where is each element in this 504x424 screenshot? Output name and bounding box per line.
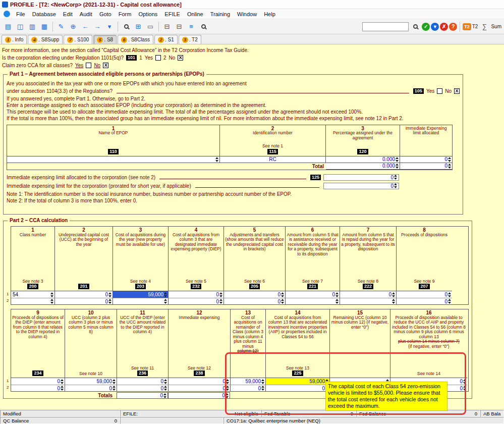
spinner[interactable] xyxy=(396,164,399,169)
menu-window[interactable]: Window xyxy=(234,10,260,18)
spinner[interactable] xyxy=(448,157,452,162)
cca-cell-diep-proceeds[interactable]: 0 xyxy=(11,385,65,391)
cca-cell-acquisitions[interactable] xyxy=(113,298,169,304)
cca-cell-adjustments[interactable]: 0 xyxy=(224,291,286,298)
epop-id-field[interactable]: RC xyxy=(220,156,326,163)
audit-help-icon[interactable]: ? xyxy=(449,23,457,31)
spinner[interactable] xyxy=(261,379,265,384)
spinner[interactable] xyxy=(50,299,54,304)
spinner[interactable] xyxy=(392,299,396,304)
cca-cell-assistance[interactable]: 0 xyxy=(286,291,340,298)
cca-cell-repaid[interactable]: 0 xyxy=(340,291,397,298)
cca-cell-repaid[interactable] xyxy=(340,298,397,304)
spinner[interactable] xyxy=(463,386,467,391)
menu-audit[interactable]: Audit xyxy=(76,10,96,18)
tab-t2[interactable]: 3. T2 xyxy=(179,35,201,44)
zero-cca-no-checkbox[interactable]: X xyxy=(103,63,108,68)
print-preview-icon[interactable]: ▥ xyxy=(27,21,38,32)
print-icon[interactable]: ⊟ xyxy=(161,21,173,32)
cca-cell-assistance[interactable] xyxy=(286,298,340,304)
spinner[interactable] xyxy=(163,393,167,398)
spinner[interactable] xyxy=(281,299,285,304)
tiles-icon[interactable]: ⊞ xyxy=(133,21,144,32)
electing-yes-checkbox[interactable] xyxy=(155,55,161,61)
spinner[interactable] xyxy=(335,292,339,297)
spinner[interactable] xyxy=(219,299,223,304)
cca-cell-proceeds[interactable]: 0 xyxy=(397,291,452,298)
cca-cell-diep-proceeds[interactable]: 0 xyxy=(11,378,65,385)
spinner[interactable] xyxy=(219,292,223,297)
tab-s8supp[interactable]: 4. S8Supp xyxy=(28,35,63,44)
forward-dropdown-icon[interactable]: ▾ xyxy=(104,21,115,32)
monitor-icon[interactable]: ▭ xyxy=(145,21,156,32)
spinner[interactable] xyxy=(108,292,112,297)
spinner[interactable] xyxy=(281,292,285,297)
summary-icon[interactable]: ∑ xyxy=(479,21,490,32)
electing-no-checkbox[interactable]: X xyxy=(178,55,183,61)
spinner[interactable] xyxy=(226,393,229,398)
spinner[interactable] xyxy=(215,157,219,162)
cca-cell-remainder-cost[interactable]: 0 xyxy=(231,385,266,391)
cca-cell-acquisitions-selected[interactable]: 59,000 xyxy=(113,291,169,298)
spinner[interactable] xyxy=(392,292,396,297)
menu-edit[interactable]: Edit xyxy=(60,10,76,18)
limit-prorated-field[interactable]: 0 xyxy=(323,183,399,189)
spinner[interactable] xyxy=(164,299,167,304)
tab-s1[interactable]: 2. S1 xyxy=(154,35,178,44)
spinner[interactable] xyxy=(261,386,265,391)
open-form-icon[interactable]: ◫ xyxy=(15,21,26,32)
menu-file[interactable]: File xyxy=(13,10,29,18)
tab-s100[interactable]: 7. S100 xyxy=(64,35,92,44)
spinner[interactable] xyxy=(50,292,54,297)
cca-cell-aiip-cost-highlighted[interactable]: 59,000 xyxy=(266,378,330,385)
spinner[interactable] xyxy=(226,379,230,384)
cca-cell-immediate-expensing[interactable]: 0 xyxy=(169,378,231,385)
spinner[interactable] xyxy=(448,164,452,169)
new-form-icon[interactable]: ▤ xyxy=(3,21,14,32)
cca-cell-class[interactable] xyxy=(11,298,55,304)
audit-next-icon[interactable]: ▾ xyxy=(431,23,439,31)
cca-cell-diep[interactable]: 0 xyxy=(169,298,224,304)
spinner[interactable] xyxy=(463,379,467,384)
epop-name-field[interactable] xyxy=(7,156,220,163)
spinner[interactable] xyxy=(164,292,167,297)
find-icon[interactable] xyxy=(198,21,209,32)
epop-limit-field[interactable]: 0 xyxy=(400,156,452,163)
spinner[interactable] xyxy=(448,292,452,297)
cca-cell-remainder-cost[interactable]: 59,000 xyxy=(231,378,266,385)
spinner[interactable] xyxy=(164,379,167,384)
menu-database[interactable]: Database xyxy=(29,10,60,18)
calculator-icon[interactable]: ≡ xyxy=(186,21,197,32)
menu-options[interactable]: Options xyxy=(135,10,161,18)
back-icon[interactable]: ← xyxy=(80,21,91,32)
menu-training[interactable]: Training xyxy=(207,10,234,18)
spinner[interactable] xyxy=(113,386,116,391)
spinner[interactable] xyxy=(226,386,230,391)
cca-cell-ucc[interactable]: 59,000 xyxy=(65,378,117,385)
tab-s8class[interactable]: 6. S8Class xyxy=(118,35,153,44)
edit-icon[interactable]: ✎ xyxy=(55,21,67,32)
audit-fail-icon[interactable]: ✗ xyxy=(440,23,448,31)
menu-help[interactable]: Help xyxy=(260,10,279,18)
cca-cell-ucc-start[interactable]: 0 xyxy=(55,298,113,304)
cca-cell-aiip-cost[interactable]: 0 xyxy=(266,385,330,391)
t2-module-chip[interactable]: T2 xyxy=(463,23,471,30)
tab-info[interactable]: 1. Info xyxy=(2,35,27,44)
spin[interactable] xyxy=(448,299,452,304)
attach-icon[interactable]: ⊕ xyxy=(68,21,79,32)
spinner[interactable] xyxy=(113,379,116,384)
cca-cell-ucc-diep[interactable]: 0 xyxy=(117,378,169,385)
forward-icon[interactable]: → xyxy=(92,21,103,32)
epop-percentage-field[interactable]: 0.000 xyxy=(326,156,400,163)
cca-cell-ucc-diep[interactable]: 0 xyxy=(117,385,169,391)
limit-allocated-field[interactable]: 0 xyxy=(323,174,399,181)
cca-cell-class[interactable]: 54 xyxy=(11,291,55,298)
spinner[interactable] xyxy=(108,299,112,304)
part1-no-checkbox[interactable]: X xyxy=(454,88,460,94)
spinner[interactable] xyxy=(394,175,398,180)
menu-goto[interactable]: Goto xyxy=(96,10,115,18)
spinner[interactable] xyxy=(335,299,339,304)
quick-search-input[interactable] xyxy=(362,22,409,31)
cca-cell-proceeds[interactable]: 0 xyxy=(397,298,452,304)
spinner[interactable] xyxy=(61,386,64,391)
